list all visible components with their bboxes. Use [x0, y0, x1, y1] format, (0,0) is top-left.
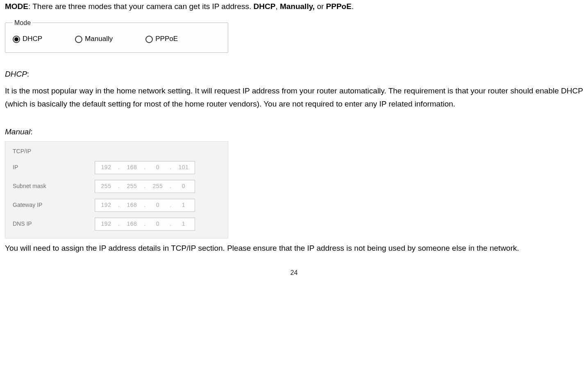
ip-dot: . [144, 219, 145, 229]
mode-legend: Mode [13, 17, 32, 28]
mode-radio-manually[interactable]: Manually [75, 33, 113, 45]
ip-dot: . [144, 181, 145, 191]
intro-end: . [352, 2, 354, 11]
ip-seg: 1 [175, 200, 192, 210]
tcpip-title: TCP/IP [13, 147, 220, 157]
intro-sep-1: , [275, 2, 280, 11]
ip-dot: . [170, 219, 171, 229]
radio-label-dhcp: DHCP [23, 33, 42, 45]
radio-icon [13, 36, 20, 43]
dns-input[interactable]: 192. 168. 0. 1 [95, 218, 195, 231]
manual-heading: Manual: [5, 125, 583, 138]
ip-seg: 1 [175, 219, 192, 229]
manual-heading-text: Manual [5, 127, 30, 136]
ip-seg: 255 [98, 181, 115, 191]
tcpip-row-subnet: Subnet mask 255. 255. 255. 0 [13, 180, 220, 193]
tcpip-label-gateway: Gateway IP [13, 200, 95, 210]
ip-dot: . [144, 163, 145, 172]
ip-dot: . [118, 200, 120, 210]
post-tcpip-paragraph: You will need to assign the IP address d… [5, 242, 583, 255]
ip-seg: 168 [123, 163, 141, 172]
ip-seg: 192 [98, 163, 115, 172]
ip-seg: 192 [98, 219, 115, 229]
radio-label-pppoe: PPPoE [155, 33, 178, 45]
ip-input[interactable]: 192. 168. 0. 101 [95, 161, 195, 174]
ip-seg: 255 [123, 181, 141, 191]
mode-fieldset: Mode DHCP Manually PPPoE [5, 17, 228, 53]
radio-icon [145, 36, 153, 43]
subnet-input[interactable]: 255. 255. 255. 0 [95, 180, 195, 193]
mode-label: MODE [5, 2, 28, 11]
ip-seg: 0 [149, 219, 166, 229]
ip-seg: 0 [149, 200, 166, 210]
intro-paragraph: MODE: There are three modes that your ca… [5, 0, 583, 13]
tcpip-row-dns: DNS IP 192. 168. 0. 1 [13, 218, 220, 231]
ip-dot: . [118, 181, 120, 191]
tcpip-panel: TCP/IP IP 192. 168. 0. 101 Subnet mask 2… [5, 141, 228, 238]
tcpip-row-gateway: Gateway IP 192. 168. 0. 1 [13, 199, 220, 212]
ip-dot: . [118, 163, 120, 172]
intro-bold-manually: Manually, [280, 2, 315, 11]
tcpip-row-ip: IP 192. 168. 0. 101 [13, 161, 220, 174]
ip-seg: 168 [123, 200, 141, 210]
ip-seg: 101 [175, 163, 192, 172]
radio-label-manually: Manually [85, 33, 113, 45]
ip-dot: . [118, 219, 120, 229]
ip-seg: 0 [175, 181, 192, 191]
intro-sep-2: or [315, 2, 326, 11]
intro-text-1: : There are three modes that your camera… [28, 2, 254, 11]
ip-seg: 255 [149, 181, 166, 191]
manual-colon: : [30, 127, 32, 136]
radio-icon [75, 36, 82, 43]
dhcp-heading: DHCP: [5, 68, 583, 81]
tcpip-label-dns: DNS IP [13, 219, 95, 229]
intro-bold-pppoe: PPPoE [326, 2, 352, 11]
intro-bold-dhcp: DHCP [254, 2, 276, 11]
page-number: 24 [5, 267, 583, 278]
ip-seg: 192 [98, 200, 115, 210]
mode-radio-row: DHCP Manually PPPoE [13, 32, 220, 45]
mode-radio-dhcp[interactable]: DHCP [13, 33, 42, 45]
tcpip-label-subnet: Subnet mask [13, 181, 95, 191]
gateway-input[interactable]: 192. 168. 0. 1 [95, 199, 195, 212]
tcpip-label-ip: IP [13, 163, 95, 172]
ip-dot: . [170, 181, 171, 191]
ip-dot: . [170, 200, 171, 210]
ip-dot: . [144, 200, 145, 210]
ip-seg: 168 [123, 219, 141, 229]
dhcp-body: It is the most popular way in the home n… [5, 84, 583, 111]
ip-seg: 0 [149, 163, 166, 172]
dhcp-heading-text: DHCP [5, 70, 27, 78]
mode-radio-pppoe[interactable]: PPPoE [145, 33, 178, 45]
dhcp-colon: : [27, 70, 29, 78]
ip-dot: . [170, 163, 171, 172]
